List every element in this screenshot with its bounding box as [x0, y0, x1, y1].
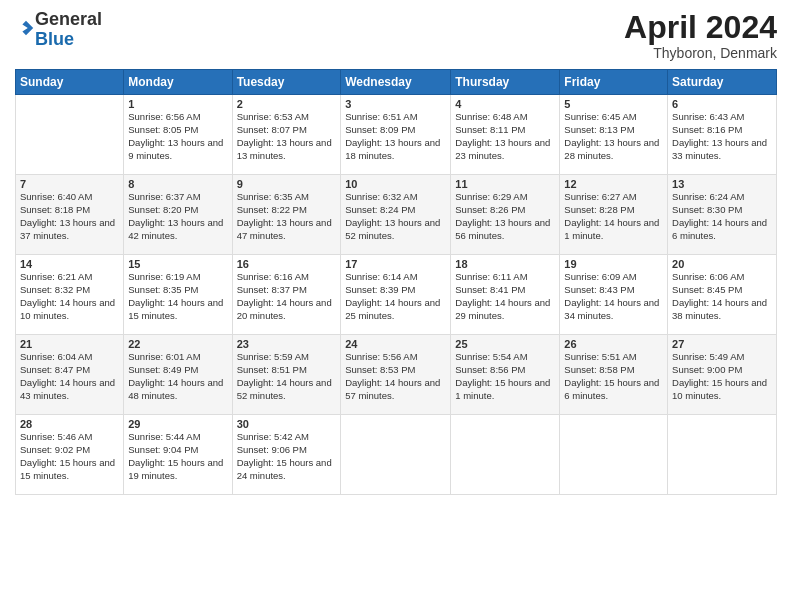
calendar-week-row: 21Sunrise: 6:04 AMSunset: 8:47 PMDayligh… — [16, 335, 777, 415]
day-number: 10 — [345, 178, 446, 190]
calendar-cell: 20Sunrise: 6:06 AMSunset: 8:45 PMDayligh… — [668, 255, 777, 335]
calendar-cell: 10Sunrise: 6:32 AMSunset: 8:24 PMDayligh… — [341, 175, 451, 255]
title-block: April 2024 Thyboron, Denmark — [624, 10, 777, 61]
day-number: 23 — [237, 338, 337, 350]
calendar-cell: 14Sunrise: 6:21 AMSunset: 8:32 PMDayligh… — [16, 255, 124, 335]
day-number: 19 — [564, 258, 663, 270]
header: General Blue April 2024 Thyboron, Denmar… — [15, 10, 777, 61]
day-number: 4 — [455, 98, 555, 110]
day-number: 12 — [564, 178, 663, 190]
weekday-header-friday: Friday — [560, 70, 668, 95]
logo-icon — [17, 19, 35, 37]
day-number: 13 — [672, 178, 772, 190]
day-info: Sunrise: 6:27 AMSunset: 8:28 PMDaylight:… — [564, 191, 663, 242]
day-number: 16 — [237, 258, 337, 270]
day-info: Sunrise: 6:51 AMSunset: 8:09 PMDaylight:… — [345, 111, 446, 162]
day-info: Sunrise: 5:54 AMSunset: 8:56 PMDaylight:… — [455, 351, 555, 402]
calendar-cell: 3Sunrise: 6:51 AMSunset: 8:09 PMDaylight… — [341, 95, 451, 175]
day-number: 28 — [20, 418, 119, 430]
day-info: Sunrise: 5:42 AMSunset: 9:06 PMDaylight:… — [237, 431, 337, 482]
day-info: Sunrise: 6:14 AMSunset: 8:39 PMDaylight:… — [345, 271, 446, 322]
day-number: 3 — [345, 98, 446, 110]
day-number: 22 — [128, 338, 227, 350]
day-info: Sunrise: 6:35 AMSunset: 8:22 PMDaylight:… — [237, 191, 337, 242]
page: General Blue April 2024 Thyboron, Denmar… — [0, 0, 792, 612]
day-info: Sunrise: 6:56 AMSunset: 8:05 PMDaylight:… — [128, 111, 227, 162]
day-info: Sunrise: 6:43 AMSunset: 8:16 PMDaylight:… — [672, 111, 772, 162]
weekday-header-tuesday: Tuesday — [232, 70, 341, 95]
day-number: 2 — [237, 98, 337, 110]
calendar-cell: 22Sunrise: 6:01 AMSunset: 8:49 PMDayligh… — [124, 335, 232, 415]
logo-blue-text: Blue — [35, 29, 74, 49]
calendar-cell: 17Sunrise: 6:14 AMSunset: 8:39 PMDayligh… — [341, 255, 451, 335]
day-info: Sunrise: 6:29 AMSunset: 8:26 PMDaylight:… — [455, 191, 555, 242]
day-number: 14 — [20, 258, 119, 270]
day-number: 9 — [237, 178, 337, 190]
calendar-cell — [16, 95, 124, 175]
calendar-week-row: 7Sunrise: 6:40 AMSunset: 8:18 PMDaylight… — [16, 175, 777, 255]
day-info: Sunrise: 5:44 AMSunset: 9:04 PMDaylight:… — [128, 431, 227, 482]
weekday-header-monday: Monday — [124, 70, 232, 95]
day-info: Sunrise: 5:49 AMSunset: 9:00 PMDaylight:… — [672, 351, 772, 402]
day-number: 29 — [128, 418, 227, 430]
calendar-cell — [668, 415, 777, 495]
day-info: Sunrise: 6:19 AMSunset: 8:35 PMDaylight:… — [128, 271, 227, 322]
day-number: 1 — [128, 98, 227, 110]
logo-general-text: General — [35, 9, 102, 29]
calendar-cell: 29Sunrise: 5:44 AMSunset: 9:04 PMDayligh… — [124, 415, 232, 495]
day-info: Sunrise: 6:37 AMSunset: 8:20 PMDaylight:… — [128, 191, 227, 242]
calendar-cell: 13Sunrise: 6:24 AMSunset: 8:30 PMDayligh… — [668, 175, 777, 255]
day-number: 27 — [672, 338, 772, 350]
svg-marker-0 — [22, 21, 33, 35]
day-info: Sunrise: 6:16 AMSunset: 8:37 PMDaylight:… — [237, 271, 337, 322]
calendar-cell: 11Sunrise: 6:29 AMSunset: 8:26 PMDayligh… — [451, 175, 560, 255]
day-info: Sunrise: 5:56 AMSunset: 8:53 PMDaylight:… — [345, 351, 446, 402]
day-number: 30 — [237, 418, 337, 430]
calendar-cell: 6Sunrise: 6:43 AMSunset: 8:16 PMDaylight… — [668, 95, 777, 175]
day-info: Sunrise: 5:59 AMSunset: 8:51 PMDaylight:… — [237, 351, 337, 402]
calendar-cell: 9Sunrise: 6:35 AMSunset: 8:22 PMDaylight… — [232, 175, 341, 255]
day-number: 24 — [345, 338, 446, 350]
calendar-cell: 4Sunrise: 6:48 AMSunset: 8:11 PMDaylight… — [451, 95, 560, 175]
calendar-cell: 2Sunrise: 6:53 AMSunset: 8:07 PMDaylight… — [232, 95, 341, 175]
day-info: Sunrise: 6:53 AMSunset: 8:07 PMDaylight:… — [237, 111, 337, 162]
day-number: 11 — [455, 178, 555, 190]
day-number: 15 — [128, 258, 227, 270]
logo: General Blue — [15, 10, 102, 50]
day-number: 20 — [672, 258, 772, 270]
day-number: 17 — [345, 258, 446, 270]
calendar-cell: 27Sunrise: 5:49 AMSunset: 9:00 PMDayligh… — [668, 335, 777, 415]
calendar-cell: 19Sunrise: 6:09 AMSunset: 8:43 PMDayligh… — [560, 255, 668, 335]
day-info: Sunrise: 6:04 AMSunset: 8:47 PMDaylight:… — [20, 351, 119, 402]
day-number: 18 — [455, 258, 555, 270]
calendar-cell — [451, 415, 560, 495]
day-info: Sunrise: 6:32 AMSunset: 8:24 PMDaylight:… — [345, 191, 446, 242]
calendar-cell: 18Sunrise: 6:11 AMSunset: 8:41 PMDayligh… — [451, 255, 560, 335]
calendar-cell: 25Sunrise: 5:54 AMSunset: 8:56 PMDayligh… — [451, 335, 560, 415]
weekday-header-saturday: Saturday — [668, 70, 777, 95]
day-info: Sunrise: 5:46 AMSunset: 9:02 PMDaylight:… — [20, 431, 119, 482]
calendar-cell: 1Sunrise: 6:56 AMSunset: 8:05 PMDaylight… — [124, 95, 232, 175]
calendar-cell: 7Sunrise: 6:40 AMSunset: 8:18 PMDaylight… — [16, 175, 124, 255]
day-info: Sunrise: 6:21 AMSunset: 8:32 PMDaylight:… — [20, 271, 119, 322]
calendar-cell: 26Sunrise: 5:51 AMSunset: 8:58 PMDayligh… — [560, 335, 668, 415]
calendar-cell — [341, 415, 451, 495]
day-number: 7 — [20, 178, 119, 190]
calendar-cell: 23Sunrise: 5:59 AMSunset: 8:51 PMDayligh… — [232, 335, 341, 415]
calendar-cell: 24Sunrise: 5:56 AMSunset: 8:53 PMDayligh… — [341, 335, 451, 415]
day-number: 8 — [128, 178, 227, 190]
weekday-header-sunday: Sunday — [16, 70, 124, 95]
calendar-week-row: 1Sunrise: 6:56 AMSunset: 8:05 PMDaylight… — [16, 95, 777, 175]
day-info: Sunrise: 5:51 AMSunset: 8:58 PMDaylight:… — [564, 351, 663, 402]
calendar-week-row: 28Sunrise: 5:46 AMSunset: 9:02 PMDayligh… — [16, 415, 777, 495]
day-number: 21 — [20, 338, 119, 350]
day-number: 26 — [564, 338, 663, 350]
day-info: Sunrise: 6:48 AMSunset: 8:11 PMDaylight:… — [455, 111, 555, 162]
calendar-cell: 5Sunrise: 6:45 AMSunset: 8:13 PMDaylight… — [560, 95, 668, 175]
day-number: 25 — [455, 338, 555, 350]
weekday-header-wednesday: Wednesday — [341, 70, 451, 95]
day-number: 5 — [564, 98, 663, 110]
calendar-cell: 28Sunrise: 5:46 AMSunset: 9:02 PMDayligh… — [16, 415, 124, 495]
calendar-cell: 8Sunrise: 6:37 AMSunset: 8:20 PMDaylight… — [124, 175, 232, 255]
day-info: Sunrise: 6:24 AMSunset: 8:30 PMDaylight:… — [672, 191, 772, 242]
